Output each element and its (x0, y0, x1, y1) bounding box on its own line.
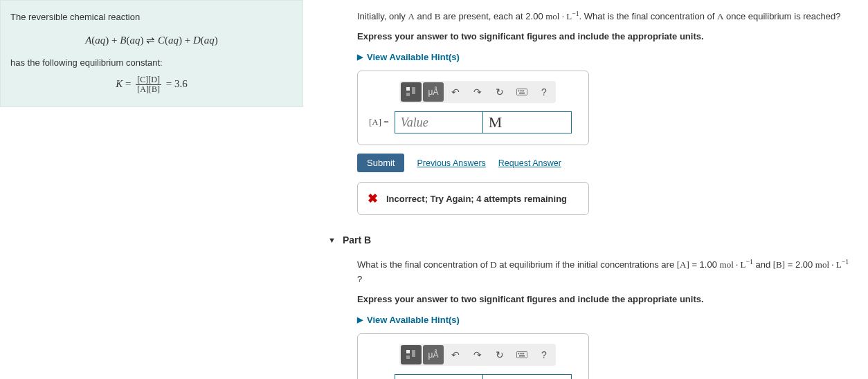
svg-rect-1 (412, 87, 415, 94)
partA-previous-answers-link[interactable]: Previous Answers (417, 158, 485, 168)
partA-unit-input[interactable] (483, 111, 572, 133)
partA-feedback: ✖ Incorrect; Try Again; 4 attempts remai… (357, 182, 589, 215)
svg-rect-3 (516, 89, 527, 95)
undo-icon[interactable]: ↶ (445, 345, 466, 364)
partA-hints-toggle[interactable]: ▶ View Available Hint(s) (357, 52, 460, 62)
partA-answer-box: μÅ ↶ ↷ ↻ ? [A] = (357, 71, 589, 145)
svg-rect-10 (412, 350, 415, 357)
keyboard-icon[interactable] (512, 82, 532, 102)
intro-line2: has the following equilibrium constant: (10, 56, 293, 70)
partA-instruction: Express your answer to two significant f… (357, 31, 854, 41)
redo-icon[interactable]: ↷ (467, 82, 488, 102)
svg-rect-17 (519, 355, 525, 357)
partB-question: What is the final concentration of D at … (357, 257, 854, 287)
svg-rect-9 (406, 350, 410, 353)
k-expression: K = [C][D] [A][B] = 3.6 (10, 75, 293, 94)
undo-icon[interactable]: ↶ (445, 82, 466, 102)
partB-hints-toggle[interactable]: ▶ View Available Hint(s) (357, 315, 460, 325)
partB-header[interactable]: ▼ Part B (328, 234, 854, 246)
partA-value-input[interactable] (395, 111, 483, 133)
svg-rect-2 (406, 93, 410, 96)
units-button[interactable]: μÅ (423, 345, 444, 364)
help-icon[interactable]: ? (534, 345, 554, 364)
reaction-equation: A(aq) + B(aq) ⇌ C(aq) + D(aq) (10, 33, 293, 48)
partB-value-input[interactable] (395, 374, 483, 379)
svg-rect-14 (520, 353, 521, 355)
redo-icon[interactable]: ↷ (467, 345, 488, 364)
partB-answer-box: μÅ ↶ ↷ ↻ ? [D] = (357, 333, 589, 379)
svg-rect-6 (521, 91, 523, 92)
intro-line1: The reversible chemical reaction (10, 10, 293, 24)
svg-rect-12 (516, 352, 527, 358)
svg-rect-13 (518, 353, 519, 355)
partB-toolbar: μÅ ↶ ↷ ↻ ? (399, 344, 556, 366)
help-icon[interactable]: ? (534, 82, 554, 102)
triangle-right-icon: ▶ (357, 53, 363, 62)
templates-icon[interactable] (401, 82, 422, 102)
partA-submit-button[interactable]: Submit (357, 154, 404, 172)
reset-icon[interactable]: ↻ (489, 82, 510, 102)
units-button[interactable]: μÅ (423, 82, 444, 102)
svg-rect-11 (406, 355, 410, 359)
partB-unit-input[interactable] (483, 374, 572, 379)
triangle-right-icon: ▶ (357, 315, 363, 324)
reset-icon[interactable]: ↻ (489, 345, 510, 364)
svg-rect-7 (523, 91, 525, 92)
svg-rect-16 (523, 353, 525, 355)
keyboard-icon[interactable] (512, 345, 532, 364)
svg-rect-8 (519, 93, 525, 94)
templates-icon[interactable] (401, 345, 422, 364)
partA-toolbar: μÅ ↶ ↷ ↻ ? (399, 81, 556, 103)
svg-rect-4 (518, 91, 519, 92)
partA-input-label: [A] = (369, 117, 389, 128)
partA-question: Initially, only A and B are present, eac… (357, 8, 854, 24)
incorrect-icon: ✖ (368, 191, 378, 206)
svg-rect-0 (406, 87, 410, 91)
svg-rect-5 (520, 91, 521, 92)
partA-request-answer-link[interactable]: Request Answer (498, 158, 561, 168)
triangle-down-icon: ▼ (328, 236, 336, 244)
svg-rect-15 (521, 353, 523, 355)
partB-instruction: Express your answer to two significant f… (357, 294, 854, 304)
problem-intro: The reversible chemical reaction A(aq) +… (0, 0, 303, 107)
